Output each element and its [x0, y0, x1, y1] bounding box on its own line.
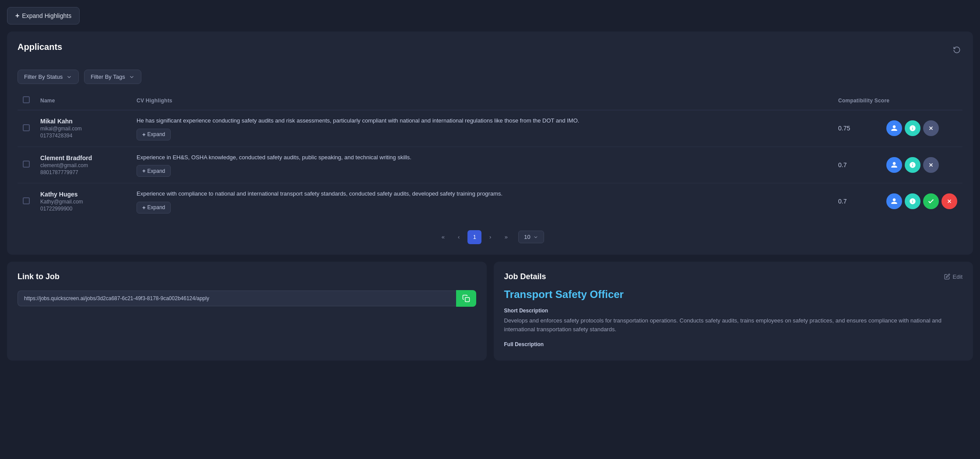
- prev-page-button[interactable]: ‹: [452, 230, 466, 244]
- filters-row: Filter By Status Filter By Tags: [18, 70, 962, 84]
- row-checkbox-cell: [18, 183, 35, 220]
- plus-icon: +: [142, 168, 146, 174]
- expand-highlights-button[interactable]: + Expand Highlights: [7, 7, 80, 25]
- refresh-button[interactable]: [951, 44, 962, 57]
- info-button[interactable]: [905, 157, 920, 173]
- score-cell: 0.75: [833, 110, 962, 147]
- plus-icon: +: [142, 204, 146, 211]
- score-cell: 0.7: [833, 147, 962, 183]
- cv-highlights-cell: Experience with compliance to national a…: [131, 183, 833, 220]
- expand-label: Expand: [148, 131, 165, 137]
- chevron-down-icon: [129, 74, 135, 80]
- row-checkbox-cell: [18, 147, 35, 183]
- applicant-name-cell: Clement Bradford clement@gmail.com 88017…: [35, 147, 131, 183]
- cv-highlight-text: He has significant experience conducting…: [137, 116, 828, 125]
- applicant-phone: 01737428394: [40, 133, 126, 139]
- applicants-panel: Applicants Filter By Status Filter By Ta…: [7, 32, 973, 255]
- next-page-button[interactable]: ›: [483, 230, 497, 244]
- cv-highlight-text: Experience with compliance to national a…: [137, 189, 828, 198]
- filter-by-status-dropdown[interactable]: Filter By Status: [18, 70, 79, 84]
- plus-icon: +: [142, 131, 146, 138]
- applicant-name-cell: Kathy Huges Kathy@gmail.com 01722999900: [35, 183, 131, 220]
- job-link-input[interactable]: [18, 291, 456, 306]
- link-to-job-panel: Link to Job: [7, 262, 487, 361]
- close-button[interactable]: [923, 120, 939, 136]
- profile-button[interactable]: [886, 193, 902, 209]
- reject-button[interactable]: [941, 193, 957, 209]
- close-icon: [928, 162, 934, 168]
- bottom-grid: Link to Job Job Details Edit Transpor: [7, 262, 973, 361]
- page-1-button[interactable]: 1: [467, 230, 481, 244]
- filter-by-tags-dropdown[interactable]: Filter By Tags: [84, 70, 141, 84]
- job-details-header: Job Details Edit: [504, 272, 963, 281]
- pagination: « ‹ 1 › » 10: [18, 230, 962, 244]
- svg-rect-6: [465, 297, 469, 301]
- link-to-job-title: Link to Job: [18, 272, 476, 281]
- person-icon: [891, 125, 898, 132]
- cv-highlights-cell: Experience in EH&S, OSHA knowledge, cond…: [131, 147, 833, 183]
- short-description-text: Develops and enforces safety protocols f…: [504, 316, 963, 335]
- chevron-down-icon: [533, 235, 538, 240]
- plus-icon: +: [15, 12, 19, 20]
- row-checkbox[interactable]: [23, 161, 30, 168]
- info-icon: [909, 125, 916, 132]
- last-page-button[interactable]: »: [499, 230, 513, 244]
- profile-button[interactable]: [886, 120, 902, 136]
- info-button[interactable]: [905, 120, 920, 136]
- close-button[interactable]: [923, 157, 939, 173]
- filter-tags-label: Filter By Tags: [91, 74, 125, 80]
- action-buttons: [886, 157, 939, 173]
- per-page-select[interactable]: 10: [518, 231, 544, 243]
- select-all-checkbox[interactable]: [23, 96, 30, 103]
- per-page-value: 10: [524, 234, 530, 240]
- applicant-email: Kathy@gmail.com: [40, 199, 126, 205]
- edit-button[interactable]: Edit: [944, 273, 962, 280]
- expand-highlights-label: Expand Highlights: [22, 12, 71, 19]
- profile-button[interactable]: [886, 157, 902, 173]
- col-cv-highlights: CV Highlights: [131, 93, 833, 110]
- table-row: Mikal Kahn mikal@gmail.com 01737428394 H…: [18, 110, 962, 147]
- chevron-down-icon: [66, 74, 72, 80]
- copy-link-button[interactable]: [456, 290, 476, 307]
- edit-icon: [944, 273, 950, 280]
- row-checkbox[interactable]: [23, 124, 30, 131]
- action-buttons: [886, 193, 957, 209]
- expand-cv-button[interactable]: + Expand: [137, 165, 171, 177]
- expand-label: Expand: [148, 168, 165, 174]
- col-compatibility-score: Compatibility Score: [833, 93, 962, 110]
- job-name: Transport Safety Officer: [504, 288, 963, 301]
- row-checkbox-cell: [18, 110, 35, 147]
- filter-status-label: Filter By Status: [24, 74, 63, 80]
- info-button[interactable]: [905, 193, 920, 209]
- score-cell: 0.7: [833, 183, 962, 220]
- table-row: Clement Bradford clement@gmail.com 88017…: [18, 147, 962, 183]
- link-input-row: [18, 290, 476, 307]
- copy-icon: [462, 294, 470, 302]
- cv-highlights-cell: He has significant experience conducting…: [131, 110, 833, 147]
- approve-button[interactable]: [923, 193, 939, 209]
- cv-highlight-text: Experience in EH&S, OSHA knowledge, cond…: [137, 153, 828, 162]
- first-page-button[interactable]: «: [436, 230, 450, 244]
- applicant-email: clement@gmail.com: [40, 162, 126, 168]
- job-details-title: Job Details: [504, 272, 546, 281]
- applicant-email: mikal@gmail.com: [40, 126, 126, 132]
- full-description-label: Full Description: [504, 341, 963, 347]
- edit-label: Edit: [953, 273, 962, 280]
- close-icon: [946, 198, 952, 204]
- row-checkbox[interactable]: [23, 197, 30, 204]
- applicants-title: Applicants: [18, 42, 62, 52]
- applicant-name: Mikal Kahn: [40, 118, 126, 125]
- expand-cv-button[interactable]: + Expand: [137, 202, 171, 214]
- applicant-phone: 01722999900: [40, 206, 126, 212]
- expand-label: Expand: [148, 204, 165, 210]
- info-icon: [909, 198, 916, 205]
- job-details-panel: Job Details Edit Transport Safety Office…: [494, 262, 973, 361]
- person-icon: [891, 198, 898, 205]
- applicant-name: Clement Bradford: [40, 154, 126, 161]
- compatibility-score: 0.75: [838, 125, 856, 132]
- applicant-name-cell: Mikal Kahn mikal@gmail.com 01737428394: [35, 110, 131, 147]
- applicant-phone: 8801787779977: [40, 169, 126, 175]
- expand-cv-button[interactable]: + Expand: [137, 129, 171, 140]
- action-buttons: [886, 120, 939, 136]
- info-icon: [909, 161, 916, 168]
